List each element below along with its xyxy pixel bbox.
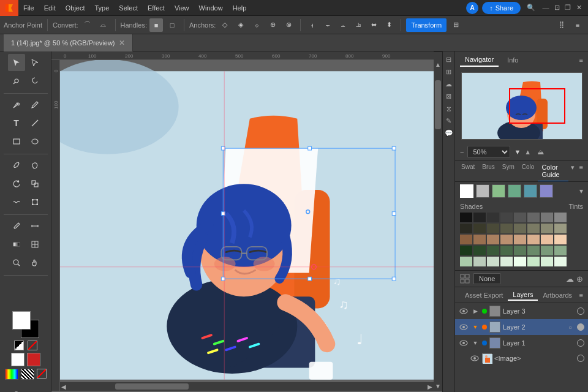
- document-tab[interactable]: 1 (14).jpg* @ 50 % (RGB/Preview) ✕: [4, 34, 133, 51]
- cc-icon[interactable]: ☁: [443, 78, 454, 89]
- layer-row-layer2[interactable]: ▼ Layer 2 ○: [455, 319, 588, 335]
- align-bottom-icon[interactable]: ⬍: [382, 18, 396, 32]
- minimize-button[interactable]: —: [541, 4, 550, 12]
- zoom-tool[interactable]: [8, 254, 25, 271]
- shade-cell-1[interactable]: [460, 213, 472, 222]
- shade-cell-38[interactable]: [527, 257, 540, 266]
- sublayer-visibility-icon[interactable]: [470, 353, 480, 363]
- anchors-icon-2[interactable]: ◈: [234, 18, 247, 32]
- direct-selection-tool[interactable]: [26, 54, 43, 71]
- blob-brush-tool[interactable]: [26, 157, 43, 174]
- close-button[interactable]: ✕: [575, 4, 583, 12]
- align-top-icon[interactable]: ⫡: [352, 18, 365, 32]
- shade-cell-39[interactable]: [541, 257, 553, 266]
- shade-cell-35[interactable]: [487, 257, 499, 266]
- layer1-target[interactable]: [577, 339, 584, 347]
- color-panel-menu-icon[interactable]: ≡: [577, 161, 586, 181]
- layer2-target[interactable]: [577, 323, 584, 331]
- swatch-gray1[interactable]: [476, 184, 489, 198]
- type-tool[interactable]: T: [8, 115, 25, 132]
- draw-inside-icon[interactable]: ⊙: [8, 385, 25, 392]
- tab-layers[interactable]: Layers: [508, 290, 538, 301]
- shade-cell-24[interactable]: [554, 235, 567, 244]
- scale-tool[interactable]: [26, 175, 43, 192]
- layer-row-layer3[interactable]: ▶ Layer 3: [455, 303, 588, 319]
- scroll-right-icon[interactable]: ▶: [428, 383, 432, 390]
- scroll-thumb-vertical[interactable]: [435, 80, 441, 129]
- anchors-icon-4[interactable]: ⊕: [266, 18, 279, 32]
- chat-icon[interactable]: 💬: [443, 127, 454, 138]
- shade-cell-26[interactable]: [473, 246, 486, 255]
- sublayer-target[interactable]: [577, 355, 584, 362]
- shade-cell-21[interactable]: [514, 235, 526, 244]
- tab-brushes[interactable]: Brus: [478, 161, 499, 181]
- shade-cell-37[interactable]: [514, 257, 526, 266]
- menu-edit[interactable]: Edit: [39, 0, 61, 16]
- handles-hide-icon[interactable]: □: [165, 18, 179, 32]
- tab-symbols[interactable]: Sym: [499, 161, 518, 181]
- tab-asset-export[interactable]: Asset Export: [460, 290, 508, 300]
- swatch-blue1[interactable]: [540, 184, 553, 198]
- layer1-expand-icon[interactable]: ▼: [471, 339, 480, 347]
- shade-cell-6[interactable]: [527, 213, 540, 222]
- foreground-color-swatch[interactable]: [12, 311, 31, 330]
- color-mode-icon[interactable]: [5, 369, 18, 380]
- tab-info[interactable]: Info: [502, 54, 523, 66]
- shade-cell-14[interactable]: [527, 224, 540, 233]
- lasso-tool[interactable]: [26, 72, 43, 89]
- tab-swatches[interactable]: Swat: [458, 161, 478, 181]
- shade-cell-29[interactable]: [514, 246, 526, 255]
- convert-corner-icon[interactable]: ⌒: [81, 18, 94, 32]
- gradient-tool[interactable]: [8, 236, 25, 253]
- shade-cell-28[interactable]: [500, 246, 513, 255]
- stroke-swatch[interactable]: [27, 353, 40, 366]
- align-right-icon[interactable]: ⫠: [336, 18, 350, 32]
- share-button[interactable]: ↑ Share: [482, 2, 521, 14]
- paintbrush-tool[interactable]: [8, 157, 25, 174]
- color-panel-expand-icon[interactable]: ▾: [568, 161, 577, 181]
- shade-cell-9[interactable]: [460, 224, 472, 233]
- scroll-down-icon[interactable]: ▼: [435, 383, 441, 390]
- selection-tool[interactable]: [8, 54, 25, 71]
- layer1-visibility-icon[interactable]: [459, 338, 469, 348]
- layer-row-layer1[interactable]: ▼ Layer 1: [455, 335, 588, 351]
- shade-cell-33[interactable]: [460, 257, 472, 266]
- swatch-expand-icon[interactable]: ▾: [579, 187, 583, 195]
- add-icon[interactable]: ⊕: [576, 274, 583, 284]
- shade-cell-34[interactable]: [473, 257, 486, 266]
- scroll-thumb-horizontal[interactable]: [115, 383, 189, 390]
- shade-cell-19[interactable]: [487, 235, 499, 244]
- menu-window[interactable]: Window: [194, 0, 228, 16]
- none-icon[interactable]: [37, 369, 47, 379]
- tab-close-button[interactable]: ✕: [119, 39, 125, 47]
- menu-select[interactable]: Select: [114, 0, 143, 16]
- sublayer-image[interactable]: <Image>: [455, 351, 588, 366]
- shade-cell-8[interactable]: [554, 213, 567, 222]
- maximize-button[interactable]: ⊡: [552, 4, 561, 12]
- shade-cell-27[interactable]: [487, 246, 499, 255]
- swatch-white[interactable]: [460, 184, 473, 198]
- toolbar-menu-icon[interactable]: ≡: [571, 18, 584, 32]
- layer2-lock-icon[interactable]: ○: [566, 323, 575, 331]
- rotate-tool[interactable]: [8, 175, 25, 192]
- free-transform-tool[interactable]: [26, 194, 43, 211]
- tab-navigator[interactable]: Navigator: [460, 53, 499, 67]
- tab-artboards[interactable]: Artboards: [538, 290, 577, 300]
- anchors-icon-3[interactable]: ⟐: [250, 18, 263, 32]
- hand-tool[interactable]: [26, 254, 43, 271]
- restore-button[interactable]: ❐: [564, 4, 572, 12]
- shade-cell-7[interactable]: [541, 213, 553, 222]
- zoom-select-nav[interactable]: 50%: [467, 146, 510, 158]
- cloud-icon[interactable]: ☁: [566, 274, 574, 284]
- shade-cell-15[interactable]: [541, 224, 553, 233]
- shade-cell-20[interactable]: [500, 235, 513, 244]
- canvas-vertical-scrollbar[interactable]: ▲ ▼: [434, 60, 442, 391]
- fill-swatch[interactable]: [11, 353, 24, 366]
- layers-panel-menu-icon[interactable]: ≡: [579, 292, 583, 299]
- shade-cell-4[interactable]: [500, 213, 513, 222]
- libraries-icon[interactable]: ⊠: [443, 91, 454, 102]
- pen-tool[interactable]: [8, 96, 25, 113]
- shade-cell-13[interactable]: [514, 224, 526, 233]
- ellipse-tool[interactable]: [26, 133, 43, 150]
- scroll-left-icon[interactable]: ◀: [61, 383, 66, 390]
